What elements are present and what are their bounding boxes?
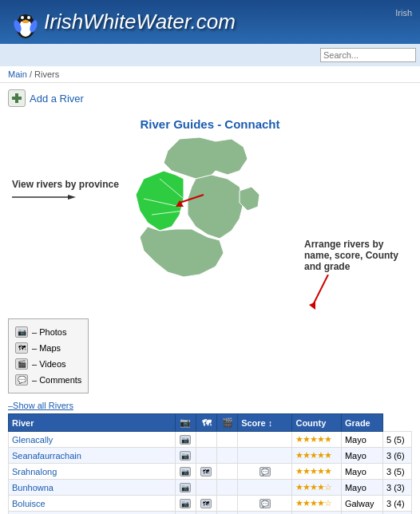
svg-point-6 [22, 20, 29, 23]
legend-box: 📷 – Photos 🗺 – Maps 🎬 – Videos 💬 – Comme… [8, 318, 89, 393]
river-icon[interactable]: 📷 [180, 483, 191, 492]
river-name-link[interactable]: Srahnalong [12, 467, 57, 476]
maps-legend-icon: 🗺 [15, 342, 28, 354]
map-area: View rivers by province Arrange rivers b… [8, 135, 412, 310]
logo-penguin-icon [8, 4, 44, 40]
score-stars: ★★★★★ [295, 450, 331, 460]
col-icon1[interactable]: 📷 [175, 414, 196, 432]
svg-point-5 [27, 16, 30, 19]
ireland-map[interactable] [112, 135, 287, 302]
river-name-link[interactable]: Bunhowna [12, 483, 53, 492]
river-icon[interactable]: 🗺 [200, 467, 212, 476]
river-grade: 3 (4) [382, 496, 411, 512]
svg-marker-22 [68, 195, 76, 200]
river-icon[interactable]: 🗺 [200, 499, 212, 508]
breadcrumb-main[interactable]: Main [8, 69, 27, 79]
breadcrumb: Main / Rivers [0, 66, 420, 83]
arrange-annotation: Arrange rivers by name, score, County an… [304, 239, 408, 314]
river-icon[interactable]: 📷 [180, 467, 191, 476]
table-row: Srahnalong📷🗺💬★★★★★Mayo3 (5) [9, 464, 412, 480]
col-score[interactable]: Score ↕ [238, 414, 292, 432]
legend-photos: 📷 – Photos [15, 325, 81, 339]
page-title: River Guides - Connacht [8, 117, 412, 131]
legend-maps: 🗺 – Maps [15, 341, 81, 355]
col-icon3[interactable]: 🎬 [216, 414, 237, 432]
river-grade: 3 (3) [382, 480, 411, 496]
score-stars: ★★★★★ [295, 466, 331, 476]
table-row: Bunhowna📷★★★★☆Mayo3 (3) [9, 480, 412, 496]
river-icon[interactable]: 📷 [180, 435, 191, 445]
comments-legend-icon: 💬 [15, 374, 28, 386]
rivers-tbody: Glenacally📷★★★★★Mayo5 (5)Seanafaurrachai… [9, 432, 412, 515]
col-county[interactable]: County [292, 414, 341, 432]
add-river-section: Add a River [0, 83, 420, 113]
svg-marker-13 [188, 175, 244, 239]
table-row: Glennleenaun (aka. 'Farmers Falls')★★★★☆… [9, 512, 412, 515]
logo[interactable]: IrishWhiteWater.com [8, 4, 236, 40]
score-stars: ★★★★☆ [295, 482, 331, 492]
river-grade: 3 (6) [382, 448, 411, 464]
river-name-link[interactable]: Boluisce [12, 499, 46, 508]
header-nav[interactable]: Irish [395, 8, 412, 18]
table-header-row: River 📷 🗺 🎬 Score ↕ County Grade [9, 414, 412, 432]
table-container: River 📷 🗺 🎬 Score ↕ County Grade Glenaca… [8, 413, 412, 514]
add-icon [8, 89, 26, 107]
river-grade: 3 (5) [382, 464, 411, 480]
river-county: Mayo [341, 464, 382, 480]
col-river[interactable]: River [9, 414, 176, 432]
river-county: Galway [341, 496, 382, 512]
table-row: Seanafaurrachain📷★★★★★Mayo3 (6) [9, 448, 412, 464]
show-all-rivers-link[interactable]: –Show all Rivers [8, 401, 412, 410]
table-row: Boluisce📷🗺💬★★★★☆Galway3 (4) [9, 496, 412, 512]
search-bar [0, 44, 420, 66]
score-stars: ★★★★★ [295, 434, 331, 444]
river-grade: 4 (5) [382, 512, 411, 515]
svg-marker-12 [136, 171, 184, 231]
svg-marker-24 [309, 302, 315, 310]
river-grade: 5 (5) [382, 432, 411, 448]
site-name: IrishWhiteWater.com [44, 10, 236, 34]
svg-marker-11 [164, 137, 248, 179]
table-row: Glenacally📷★★★★★Mayo5 (5) [9, 432, 412, 448]
svg-rect-10 [12, 97, 22, 100]
river-icon[interactable]: 📷 [180, 499, 191, 508]
score-stars: ★★★★☆ [295, 498, 331, 508]
svg-point-4 [21, 16, 24, 19]
search-input[interactable] [320, 48, 416, 62]
river-icon[interactable]: 💬 [260, 499, 271, 508]
site-header: IrishWhiteWater.com Irish [0, 0, 420, 44]
add-river-button[interactable]: Add a River [8, 89, 84, 107]
main-content: River Guides - Connacht View river [0, 113, 420, 514]
rivers-table: River 📷 🗺 🎬 Score ↕ County Grade Glenaca… [8, 413, 412, 514]
svg-line-23 [312, 275, 328, 306]
photos-legend-icon: 📷 [15, 326, 28, 338]
legend-videos: 🎬 – Videos [15, 357, 81, 371]
river-county: Mayo [341, 480, 382, 496]
river-county: Mayo [341, 448, 382, 464]
col-icon2[interactable]: 🗺 [196, 414, 216, 432]
river-icon[interactable]: 💬 [260, 467, 271, 476]
videos-legend-icon: 🎬 [15, 358, 28, 370]
river-county: Mayo [341, 432, 382, 448]
river-county: Mayo [341, 512, 382, 515]
legend-comments: 💬 – Comments [15, 373, 81, 387]
river-icon[interactable]: 📷 [180, 451, 191, 461]
river-name-link[interactable]: Seanafaurrachain [12, 451, 81, 461]
view-province-annotation: View rivers by province [12, 179, 119, 204]
river-name-link[interactable]: Glenacally [12, 435, 53, 445]
col-grade[interactable]: Grade [341, 414, 382, 432]
